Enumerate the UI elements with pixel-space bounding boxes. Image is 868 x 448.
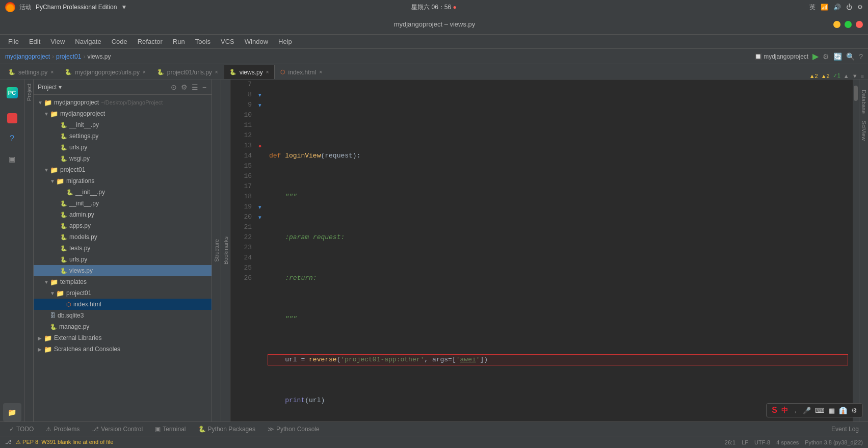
bottom-tab-todo[interactable]: ✓ TODO [4, 423, 39, 435]
tab-close-views[interactable]: × [266, 69, 269, 75]
sidebar-project-icon[interactable]: 📁 [3, 403, 21, 421]
sidebar-terminal-icon[interactable]: ▣ [3, 150, 21, 168]
structure-label[interactable]: Structure [214, 239, 220, 262]
close-button[interactable] [856, 21, 863, 28]
code-content[interactable]: def loginView(request): """ :param reque… [264, 80, 853, 421]
menu-vcs[interactable]: VCS [217, 37, 239, 46]
chevron-up-icon[interactable]: ▲ [844, 73, 849, 79]
dropdown-arrow-icon[interactable]: ▼ [121, 4, 127, 11]
tab-settings[interactable]: 🐍 settings.py × [3, 65, 59, 79]
tree-templates[interactable]: ▼ 📁 templates [34, 276, 212, 287]
tab-urls-project[interactable]: 🐍 project01/urls.py × [151, 65, 224, 79]
menu-window[interactable]: Window [241, 37, 272, 46]
settings-icon[interactable]: ⚙ [857, 4, 863, 11]
breadcrumb-subdir[interactable]: project01 [56, 53, 81, 60]
power-icon[interactable]: ⏻ [846, 4, 852, 11]
toolbar-btn3[interactable]: 🔍 [846, 52, 855, 61]
python-version[interactable]: Python 3.8 (py38_dj22) [805, 439, 863, 445]
tree-urls-py2[interactable]: 🐍 urls.py [34, 254, 212, 265]
line-ending[interactable]: LF [742, 439, 748, 445]
menu-navigate[interactable]: Navigate [71, 37, 105, 46]
cursor-position[interactable]: 26:1 [725, 439, 735, 445]
project-tab-label[interactable]: Project [26, 84, 32, 101]
menu-run[interactable]: Run [169, 37, 189, 46]
tree-settings-btn[interactable]: ☰ [191, 82, 199, 92]
code-view[interactable]: 7 8 9 10 11 12 13 14 15 16 17 18 19 20 2… [230, 80, 859, 421]
tree-mydjangoproject[interactable]: ▼ 📁 mydjangoproject [34, 108, 212, 119]
toolbar-btn1[interactable]: ⚙ [823, 52, 829, 61]
sidebar-question-icon[interactable]: ? [3, 129, 21, 148]
volume-icon[interactable]: 🔊 [833, 4, 841, 11]
maximize-button[interactable] [845, 21, 852, 28]
tree-migrations[interactable]: ▼ 📁 migrations [34, 175, 212, 187]
tree-external-libs[interactable]: ▶ 📁 External Libraries [34, 332, 212, 344]
bottom-tab-vcs[interactable]: ⎇ Version Control [87, 423, 148, 435]
tree-db-sqlite[interactable]: 🗄 db.sqlite3 [34, 310, 212, 321]
bookmarks-label[interactable]: Bookmarks [223, 236, 229, 265]
run-icon[interactable]: ▶ [812, 51, 819, 61]
scrollbar-thumb[interactable] [854, 86, 858, 101]
minimize-button[interactable] [833, 21, 840, 28]
tab-views[interactable]: 🐍 views.py × [224, 65, 275, 79]
toolbar-btn4[interactable]: ? [859, 52, 863, 61]
sougou-keyboard-icon[interactable]: ⌨ [815, 407, 825, 414]
tree-tests-py[interactable]: 🐍 tests.py [34, 243, 212, 254]
tree-init-py1[interactable]: 🐍 __init__.py [34, 119, 212, 130]
toolbar-btn2[interactable]: 🔄 [833, 52, 842, 61]
tree-wsgi-py[interactable]: 🐍 wsgi.py [34, 153, 212, 164]
sidebar-color-icon[interactable] [3, 109, 21, 127]
bottom-tab-terminal[interactable]: ▣ Terminal [150, 423, 191, 435]
encoding[interactable]: UTF-8 [754, 439, 770, 445]
indent-spaces[interactable]: 4 spaces [776, 439, 799, 445]
sougou-shirt-icon[interactable]: 👔 [839, 407, 847, 414]
more-icon[interactable]: ≡ [861, 73, 864, 79]
tree-admin-py[interactable]: 🐍 admin.py [34, 209, 212, 220]
tree-migrations-init[interactable]: 🐍 __init__.py [34, 187, 212, 198]
editor-scrollbar[interactable] [853, 80, 859, 421]
file-tree-content[interactable]: ▼ 📁 mydjangoproject ~/Desktop/DjangoProj… [34, 95, 212, 421]
firefox-icon[interactable] [5, 2, 15, 12]
tab-close-urls-project[interactable]: × [215, 69, 218, 75]
menu-help[interactable]: Help [274, 37, 296, 46]
tab-index[interactable]: ⬡ index.html × [275, 65, 328, 79]
tree-urls-py1[interactable]: 🐍 urls.py [34, 142, 212, 153]
tree-apps-py[interactable]: 🐍 apps.py [34, 220, 212, 231]
menu-view[interactable]: View [46, 37, 69, 46]
tree-collapse-btn[interactable]: − [201, 82, 207, 92]
bottom-tab-eventlog[interactable]: Event Log [826, 423, 864, 435]
menu-refactor[interactable]: Refactor [134, 37, 167, 46]
bottom-tab-console[interactable]: ≫ Python Console [262, 423, 325, 435]
tab-close-index[interactable]: × [319, 69, 322, 75]
tree-templates-project01[interactable]: ▼ 📁 project01 [34, 287, 212, 299]
bottom-tab-problems[interactable]: ⚠ Problems [41, 423, 85, 435]
tree-root[interactable]: ▼ 📁 mydjangoproject ~/Desktop/DjangoProj… [34, 97, 212, 108]
tab-urls-main[interactable]: 🐍 mydjangoproject/urls.py × [59, 65, 151, 79]
menu-file[interactable]: File [4, 37, 23, 46]
sougou-settings-icon[interactable]: ⚙ [851, 407, 857, 414]
bottom-tab-packages[interactable]: 🐍 Python Packages [193, 423, 260, 435]
menu-edit[interactable]: Edit [25, 37, 44, 46]
tree-models-py[interactable]: 🐍 models.py [34, 231, 212, 243]
sidebar-pycharm-icon[interactable]: PC [3, 84, 21, 102]
sougou-grid-icon[interactable]: ▦ [829, 407, 835, 414]
sciview-label[interactable]: SciView [861, 121, 867, 141]
tree-settings-py[interactable]: 🐍 settings.py [34, 130, 212, 142]
window-controls[interactable] [833, 21, 863, 28]
language-indicator[interactable]: 英 [809, 3, 816, 12]
project-dropdown[interactable]: Project ▾ [38, 84, 62, 91]
tree-init-py2[interactable]: 🐍 __init__.py [34, 198, 212, 209]
tree-index-html[interactable]: ⬡ index.html [34, 299, 212, 310]
tab-close-urls-main[interactable]: × [143, 69, 146, 75]
tree-views-py[interactable]: 🐍 views.py [34, 265, 212, 276]
chevron-down-icon[interactable]: ▼ [852, 73, 858, 79]
sougou-mic-icon[interactable]: 🎤 [803, 407, 811, 414]
tree-scratches[interactable]: ▶ 📁 Scratches and Consoles [34, 344, 212, 355]
tree-gear-btn[interactable]: ⚙ [180, 82, 189, 92]
tree-project01[interactable]: ▼ 📁 project01 [34, 164, 212, 175]
tab-close-settings[interactable]: × [50, 69, 54, 75]
tree-scope-btn[interactable]: ⊙ [170, 82, 178, 92]
menu-code[interactable]: Code [108, 37, 131, 46]
breadcrumb-project[interactable]: mydjangoproject [5, 53, 50, 60]
menu-tools[interactable]: Tools [191, 37, 215, 46]
tree-manage-py[interactable]: 🐍 manage.py [34, 321, 212, 332]
